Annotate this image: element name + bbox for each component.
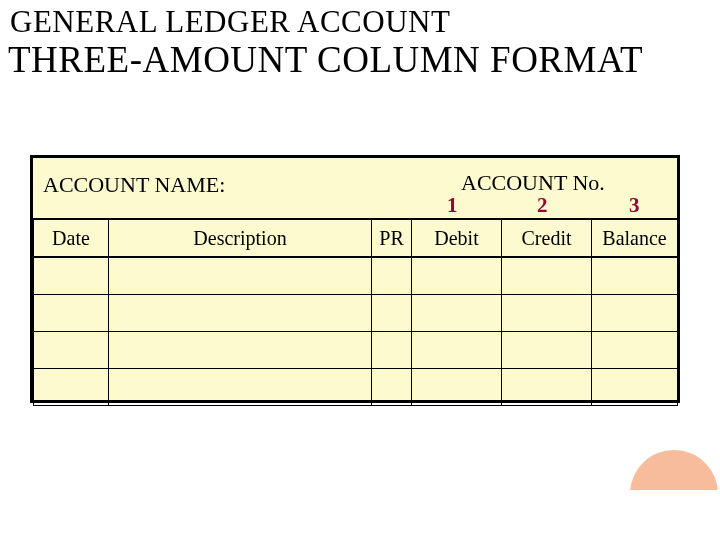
cell-debit (412, 332, 502, 369)
annotation-2: 2 (537, 193, 548, 218)
page-title-line1: GENERAL LEDGER ACCOUNT (10, 4, 450, 40)
ledger-card: ACCOUNT NAME: ACCOUNT No. 1 2 3 Date Des… (30, 155, 680, 403)
cell-pr (372, 332, 412, 369)
table-row (34, 295, 678, 332)
account-name-label: ACCOUNT NAME: (43, 172, 225, 198)
cell-pr (372, 369, 412, 406)
col-header-date: Date (34, 219, 109, 257)
cell-credit (502, 332, 592, 369)
cell-credit (502, 295, 592, 332)
cell-pr (372, 257, 412, 295)
cell-description (109, 295, 372, 332)
table-header-row: Date Description PR Debit Credit Balance (34, 219, 678, 257)
ledger-table: Date Description PR Debit Credit Balance (33, 218, 678, 406)
cell-pr (372, 295, 412, 332)
cell-credit (502, 257, 592, 295)
cell-description (109, 257, 372, 295)
cell-description (109, 332, 372, 369)
annotation-3: 3 (629, 193, 640, 218)
col-header-balance: Balance (592, 219, 678, 257)
cell-description (109, 369, 372, 406)
page-title-line2: THREE-AMOUNT COLUMN FORMAT (8, 38, 643, 81)
col-header-credit: Credit (502, 219, 592, 257)
cell-balance (592, 257, 678, 295)
cell-date (34, 295, 109, 332)
cell-date (34, 257, 109, 295)
account-no-label: ACCOUNT No. (461, 170, 605, 196)
cell-date (34, 369, 109, 406)
cell-debit (412, 369, 502, 406)
table-row (34, 369, 678, 406)
cell-balance (592, 295, 678, 332)
table-row (34, 257, 678, 295)
col-header-debit: Debit (412, 219, 502, 257)
annotation-1: 1 (447, 193, 458, 218)
cell-credit (502, 369, 592, 406)
cell-balance (592, 332, 678, 369)
col-header-description: Description (109, 219, 372, 257)
table-row (34, 332, 678, 369)
cell-date (34, 332, 109, 369)
cell-debit (412, 257, 502, 295)
cell-debit (412, 295, 502, 332)
decorative-circle-icon (630, 450, 718, 538)
cell-balance (592, 369, 678, 406)
col-header-pr: PR (372, 219, 412, 257)
ledger-header: ACCOUNT NAME: ACCOUNT No. 1 2 3 (33, 158, 677, 218)
